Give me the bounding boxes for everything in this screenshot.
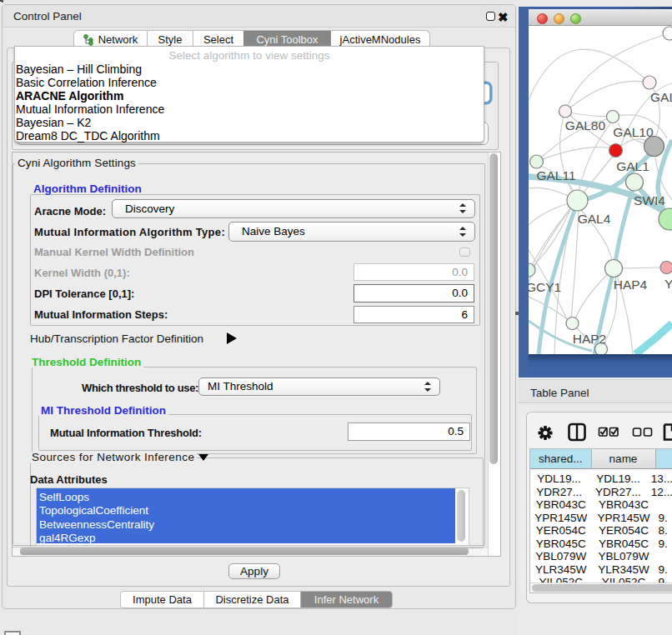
svg-text:GAL: GAL <box>650 90 672 104</box>
svg-text:SWI4: SWI4 <box>634 193 665 208</box>
svg-text:GAL1: GAL1 <box>616 159 649 173</box>
svg-text:GCY1: GCY1 <box>529 280 561 294</box>
svg-text:GAL10: GAL10 <box>613 125 654 139</box>
svg-text:HAP2: HAP2 <box>573 332 607 346</box>
svg-text:GAL4: GAL4 <box>578 212 611 226</box>
svg-text:GAL80: GAL80 <box>565 118 606 132</box>
svg-text:HAP4: HAP4 <box>614 278 648 292</box>
svg-text:GAL11: GAL11 <box>536 168 575 182</box>
svg-text:Y: Y <box>664 277 672 291</box>
